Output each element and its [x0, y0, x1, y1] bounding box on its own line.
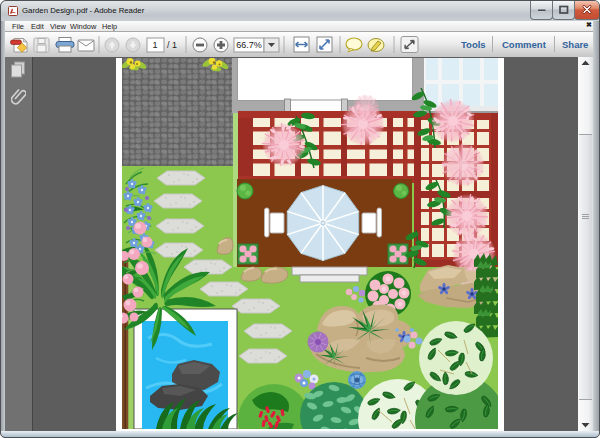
- svg-text:66.7%: 66.7%: [236, 40, 262, 50]
- svg-text:1: 1: [152, 40, 157, 50]
- svg-text:/ 1: / 1: [167, 40, 177, 50]
